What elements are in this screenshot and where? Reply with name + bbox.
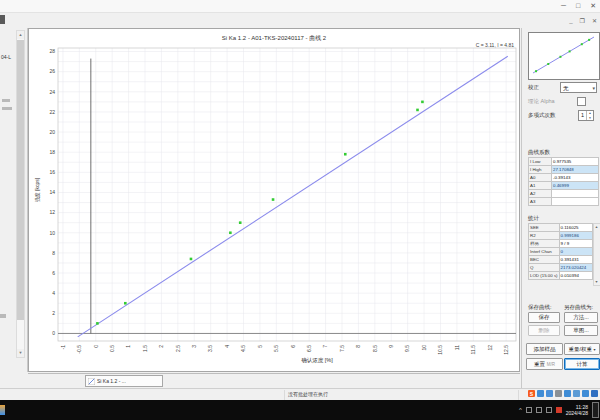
row-value[interactable]: 0 [559, 248, 592, 256]
mdi-restore-button[interactable]: ❐ [580, 16, 585, 26]
delete-button[interactable]: 删除 [528, 325, 560, 336]
calibration-value: 无 [563, 85, 569, 91]
scroll-down-icon[interactable]: ▼ [17, 349, 24, 357]
tray-keyboard-icon[interactable] [573, 390, 580, 397]
mdi-close-button[interactable]: ✕ [592, 16, 597, 26]
row-label: Q [529, 264, 560, 272]
taskbar-app-icon[interactable] [0, 405, 5, 415]
tray-globe-icon[interactable] [537, 390, 544, 397]
y-tick-label: 20 [49, 129, 55, 135]
minimize-button[interactable]: ─ [561, 1, 566, 11]
taskbar-clock[interactable]: 11:28 2024/4/28 [566, 404, 588, 416]
tray-mic-icon[interactable] [564, 390, 571, 397]
ime-icon[interactable] [526, 407, 532, 413]
sidebar-item[interactable]: 04-L [1, 54, 11, 60]
scrollbar-thumb[interactable] [17, 40, 24, 320]
table-row: I High27.170848 [529, 166, 599, 174]
table-row: Q2173.020424 [529, 264, 593, 272]
curve-thumbnail[interactable] [528, 32, 600, 80]
scroll-up-icon[interactable]: ▲ [594, 224, 599, 230]
y-tick-label: 24 [49, 89, 55, 95]
sidebar: 04-L ▲ ▼ [0, 28, 28, 372]
data-point[interactable] [344, 153, 347, 156]
notification-icon[interactable] [592, 402, 599, 418]
chevron-down-icon: ▾ [592, 83, 595, 93]
data-point[interactable] [190, 258, 193, 261]
data-point[interactable] [96, 322, 99, 325]
row-value[interactable]: 0.116025 [559, 224, 592, 232]
row-value[interactable]: 2173.020424 [559, 264, 592, 272]
calibration-label: 校正 [528, 84, 539, 91]
y-tick-label: 18 [49, 149, 55, 155]
data-point[interactable] [421, 101, 424, 104]
y-tick-label: 8 [52, 250, 55, 256]
tray-expand-icon[interactable]: ^ [519, 407, 522, 413]
table-row: BEC0.391431 [529, 256, 593, 264]
sketch-button[interactable]: 草图... [564, 325, 598, 336]
row-value[interactable]: 9 / 9 [559, 240, 592, 248]
x-tick-label: 8.5 [372, 345, 378, 352]
data-point[interactable] [229, 231, 232, 234]
calibration-plot[interactable]: 0246810121416182022242628-1-0.500.511.52… [29, 29, 519, 371]
row-label: A3 [529, 198, 552, 206]
tray-pen-icon[interactable] [546, 390, 553, 397]
clock-date: 2024/4/28 [566, 410, 588, 416]
tray-upload-icon[interactable] [582, 390, 589, 397]
x-tick-label: 10 [421, 345, 427, 351]
row-label: A1 [529, 182, 552, 190]
row-value[interactable]: 27.170848 [552, 166, 599, 174]
data-point[interactable] [239, 221, 242, 224]
volume-icon[interactable] [546, 407, 552, 413]
row-value[interactable]: 0.977535 [552, 158, 599, 166]
spinner-arrows-icon[interactable]: ▲▼ [586, 111, 593, 120]
row-value[interactable] [552, 198, 599, 206]
maximize-button[interactable]: □ [576, 1, 580, 11]
calibration-select[interactable]: 无 ▾ [560, 82, 597, 93]
sidebar-scrollbar[interactable]: ▲ ▼ [16, 30, 25, 358]
table-row: SEE0.116025 [529, 224, 593, 232]
tray-tool-icon[interactable] [591, 390, 598, 397]
parameter-panel: 校正 无 ▾ 理论 Alpha 多项式次数 1 ▲▼ 曲线系数 I Low0.9… [521, 28, 600, 388]
scroll-up-icon[interactable]: ▲ [17, 31, 24, 39]
chart-window: Si Ka 1.2 - A01-TKS-20240117 - 曲线 2 C = … [28, 28, 520, 372]
row-value[interactable]: 0.999186 [559, 232, 592, 240]
tab-si-ka[interactable]: Si Ka 1.2 - ... [85, 375, 163, 387]
alpha-checkbox[interactable] [577, 97, 586, 106]
row-value[interactable]: 0.46999 [552, 182, 599, 190]
data-point[interactable] [272, 198, 275, 201]
network-icon[interactable] [536, 407, 542, 413]
row-value[interactable]: 0.391431 [559, 256, 592, 264]
reset-button[interactable]: 重置 M/R [526, 358, 563, 370]
x-axis-title: 确认浓度 [%] [247, 357, 387, 364]
x-tick-label: 5 [257, 345, 263, 348]
row-value[interactable]: -0.39143 [552, 174, 599, 182]
alpha-label: 理论 Alpha [528, 98, 555, 105]
alert-icon[interactable] [556, 407, 562, 413]
weight-dropdown-button[interactable]: 重量/权重 ▾ [564, 343, 600, 355]
calculate-button[interactable]: 计算 [564, 358, 600, 370]
y-tick-label: 16 [49, 169, 55, 175]
add-sample-button[interactable]: 添加样品 [526, 343, 563, 355]
x-tick-label: 3 [191, 345, 197, 348]
x-tick-label: 11.5 [470, 345, 476, 355]
x-tick-label: 3.5 [207, 345, 213, 352]
table-row: A3 [529, 198, 599, 206]
mdi-minimize-button[interactable]: _ [569, 16, 572, 26]
save-button[interactable]: 保存 [528, 312, 560, 323]
tray-emoji-icon[interactable] [555, 390, 562, 397]
sogou-icon[interactable]: S [528, 390, 535, 397]
close-button[interactable]: ✕ [590, 1, 596, 11]
data-point[interactable] [416, 109, 419, 112]
sidebar-text-fragment [2, 99, 10, 102]
scroll-down-icon[interactable]: ▼ [594, 279, 599, 285]
input-method-tray: S [528, 390, 598, 397]
data-point[interactable] [124, 302, 127, 305]
stats-scrollbar[interactable]: ▲ ▼ [593, 223, 600, 286]
taskbar: ^ 11:28 2024/4/28 [0, 400, 600, 420]
method-button[interactable]: 方法... [564, 312, 598, 323]
row-value[interactable]: 0.010394 [559, 272, 592, 280]
poly-degree-spinner[interactable]: 1 ▲▼ [578, 110, 594, 121]
chevron-down-icon: ▾ [594, 347, 596, 352]
x-tick-label: 8 [355, 345, 361, 348]
row-value[interactable] [552, 190, 599, 198]
